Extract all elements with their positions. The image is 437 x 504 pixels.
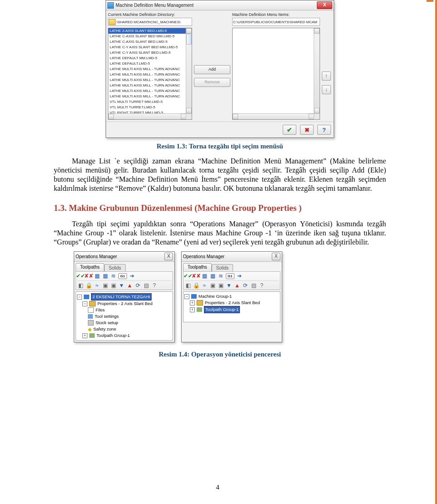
menu-items-list[interactable] bbox=[232, 28, 320, 120]
remove-button[interactable]: Remove bbox=[194, 78, 230, 87]
tool2-icon[interactable]: ▣ bbox=[110, 282, 117, 289]
help-icon[interactable]: ? bbox=[151, 282, 158, 289]
deselect-icon[interactable]: ✘✘ bbox=[193, 273, 199, 279]
tree-root[interactable]: Machine Group-1 bbox=[198, 293, 232, 300]
cancel-button[interactable]: ✖ bbox=[300, 125, 314, 135]
misc-icon[interactable]: ▤ bbox=[143, 282, 149, 289]
list-item[interactable]: LATHE C-Y AXIS SLANT BED MM.LMD-5 bbox=[108, 45, 192, 50]
verify-icon[interactable]: ≋ bbox=[110, 273, 117, 279]
add-button[interactable]: Add bbox=[194, 65, 230, 74]
expand-icon[interactable]: + bbox=[190, 307, 195, 312]
tree-toolpath-group[interactable]: Toolpath Group-1 bbox=[204, 306, 240, 313]
arrow-right-icon[interactable]: ➔ bbox=[129, 273, 135, 279]
wave-icon[interactable]: ≈ bbox=[94, 282, 100, 289]
lock-icon[interactable]: 🔒 bbox=[193, 282, 199, 289]
tree-root[interactable]: 2 EKSENLİ TORNA TEZGAHI bbox=[91, 293, 152, 300]
list-item[interactable]: LATHE C-Y AXIS SLANT BED.LMD-5 bbox=[108, 50, 192, 56]
tab-toolpaths[interactable]: Toolpaths bbox=[76, 263, 104, 271]
regen-icon[interactable]: ▦ bbox=[201, 273, 208, 279]
left-path-box[interactable]: \SHARED MCAMX5\CNC_MACHINES\ bbox=[108, 18, 192, 26]
down-icon[interactable]: ▼ bbox=[226, 282, 232, 289]
list-item[interactable]: VTL MULTI TURRET.LMD-5 bbox=[108, 105, 192, 110]
tab-solids[interactable]: Solids bbox=[212, 264, 233, 271]
ops-title: Operations Manager bbox=[183, 254, 272, 259]
down-icon[interactable]: ▼ bbox=[118, 282, 125, 289]
list-item[interactable]: LATHE MULTI AXIS MILL - TURN ADVANC bbox=[108, 66, 192, 72]
select-all-icon[interactable]: ✔✔ bbox=[185, 273, 191, 279]
select-all-icon[interactable]: ✔✔ bbox=[77, 273, 84, 279]
wave-icon[interactable]: ≈ bbox=[201, 282, 208, 289]
lock-icon[interactable]: 🔒 bbox=[86, 282, 92, 289]
backplot-icon[interactable]: ▦ bbox=[209, 273, 216, 279]
left-path-text: \SHARED MCAMX5\CNC_MACHINES\ bbox=[117, 20, 180, 24]
help-icon[interactable]: ? bbox=[259, 282, 265, 289]
ops-tree-left[interactable]: −2 EKSENLİ TORNA TEZGAHI −Properties - 2… bbox=[76, 291, 173, 341]
move-up-button[interactable]: ↑ bbox=[322, 71, 331, 81]
backplot-icon[interactable]: ▦ bbox=[102, 273, 108, 279]
refresh-icon[interactable]: ⟳ bbox=[135, 282, 141, 289]
collapse-icon[interactable]: − bbox=[77, 295, 82, 300]
ops-close-button[interactable]: X bbox=[272, 253, 280, 260]
tree-properties[interactable]: Properties - 2 Axis Slant Bed bbox=[205, 300, 260, 306]
scroll-thumb[interactable] bbox=[186, 34, 192, 45]
tool2-icon[interactable]: ▣ bbox=[218, 282, 224, 289]
list-item[interactable]: LATHE DEFAULT.LMD-5 bbox=[108, 61, 192, 66]
tab-solids[interactable]: Solids bbox=[104, 264, 126, 271]
refresh-icon[interactable]: ⟳ bbox=[242, 282, 249, 289]
horizontal-scrollbar[interactable] bbox=[233, 113, 314, 119]
list-item[interactable]: LATHE C-AXIS SLANT BED MM.LMD-5 bbox=[108, 34, 192, 39]
list-item[interactable]: LATHE DEFAULT MM.LMD-5 bbox=[108, 56, 192, 61]
expand-icon[interactable]: + bbox=[82, 333, 87, 338]
vertical-scrollbar[interactable] bbox=[186, 28, 192, 113]
move-down-button[interactable]: ↓ bbox=[322, 85, 331, 94]
collapse-icon[interactable]: − bbox=[184, 294, 189, 299]
tree-files[interactable]: Files bbox=[96, 307, 105, 313]
ghost-icon[interactable]: ◧ bbox=[77, 282, 84, 289]
right-column-label: Machine Definition Menu Items: bbox=[232, 12, 320, 17]
tool-icon[interactable]: ▣ bbox=[102, 282, 108, 289]
list-item[interactable]: LATHE MULTI AXIS MILL - TURN ADVANC bbox=[108, 88, 192, 94]
post-g1-badge[interactable]: G1 bbox=[226, 273, 234, 279]
close-button[interactable]: X bbox=[317, 1, 332, 9]
horizontal-scrollbar[interactable] bbox=[108, 113, 186, 119]
list-item[interactable]: LATHE C-AXIS SLANT BED.LMD-5 bbox=[108, 39, 192, 45]
tab-toolpaths[interactable]: Toolpaths bbox=[183, 263, 212, 271]
post-g1-badge[interactable]: G1 bbox=[118, 273, 127, 279]
misc-icon[interactable]: ▤ bbox=[250, 282, 257, 289]
ops-toolbar: ✔✔ ✘✘ ▦ ▦ ≋ G1 ➔ ◧ 🔒 ≈ ▣ ▣ ▼ ▲ ⟳ bbox=[76, 271, 173, 290]
expand-icon[interactable]: + bbox=[190, 300, 195, 305]
arrow-right-icon[interactable]: ➔ bbox=[236, 273, 243, 279]
list-item[interactable]: LATHE MULTI AXIS MILL - TURN ADVANC bbox=[108, 83, 192, 88]
ops-close-button[interactable]: X bbox=[164, 253, 173, 260]
deselect-icon[interactable]: ✘✘ bbox=[86, 273, 92, 279]
tree-stock[interactable]: Stock setup bbox=[96, 320, 118, 326]
list-item[interactable]: LATHE 2-AXIS SLANT BED.LMD-5 bbox=[108, 28, 192, 34]
warning-icon: ◆ bbox=[88, 326, 91, 332]
tree-properties[interactable]: Properties - 2 Axis Slant Bed bbox=[97, 300, 152, 307]
collapse-icon[interactable]: − bbox=[82, 301, 87, 306]
ops-tree-right[interactable]: −Machine Group-1 +Properties - 2 Axis Sl… bbox=[183, 291, 280, 322]
toolpath-group-icon bbox=[89, 333, 95, 338]
list-item[interactable]: LATHE MULTI AXIS MILL - TURN ADVANC bbox=[108, 94, 192, 99]
list-item[interactable]: LATHE MULTI AXIS MILL - TURN ADVANC bbox=[108, 72, 192, 77]
regen-icon[interactable]: ▦ bbox=[94, 273, 100, 279]
tree-safety[interactable]: Safety zone bbox=[93, 326, 116, 332]
right-path-box: C:\USERS\PUBLIC\DOCUMENTS\SHARED MCAM bbox=[232, 18, 320, 26]
tool-icon[interactable]: ▣ bbox=[209, 282, 216, 289]
verify-icon[interactable]: ≋ bbox=[218, 273, 224, 279]
vertical-scrollbar[interactable] bbox=[314, 28, 320, 113]
tree-toolpath-group[interactable]: Toolpath Group-1 bbox=[97, 332, 130, 339]
up-icon[interactable]: ▲ bbox=[127, 282, 133, 289]
ok-button[interactable]: ✔ bbox=[283, 125, 296, 135]
page-number: 4 bbox=[0, 484, 435, 491]
properties-icon bbox=[197, 300, 203, 305]
up-icon[interactable]: ▲ bbox=[234, 282, 240, 289]
machine-definition-list[interactable]: LATHE 2-AXIS SLANT BED.LMD-5 LATHE C-AXI… bbox=[108, 28, 192, 120]
help-button[interactable]: ? bbox=[317, 125, 331, 135]
list-item[interactable]: LATHE MULTI AXIS MILL - TURN ADVANC bbox=[108, 77, 192, 83]
ghost-icon[interactable]: ◧ bbox=[185, 282, 191, 289]
operations-manager-right: Operations Manager X Toolpaths Solids ✔✔… bbox=[181, 251, 282, 342]
list-item[interactable]: VTL MULTI TURRET MM.LMD-5 bbox=[108, 99, 192, 105]
toolpath-group-icon bbox=[197, 307, 202, 312]
tree-tool-settings[interactable]: Tool settings bbox=[95, 313, 119, 320]
